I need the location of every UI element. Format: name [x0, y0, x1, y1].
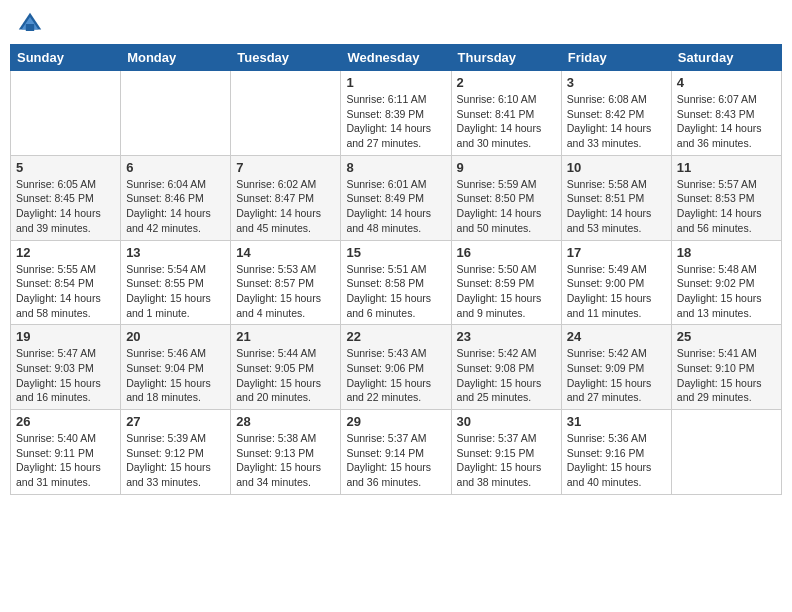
day-number: 12 — [16, 245, 115, 260]
day-cell: 12Sunrise: 5:55 AM Sunset: 8:54 PM Dayli… — [11, 240, 121, 325]
day-cell — [671, 410, 781, 495]
weekday-header-wednesday: Wednesday — [341, 45, 451, 71]
day-info: Sunrise: 5:46 AM Sunset: 9:04 PM Dayligh… — [126, 346, 225, 405]
day-cell: 7Sunrise: 6:02 AM Sunset: 8:47 PM Daylig… — [231, 155, 341, 240]
day-number: 13 — [126, 245, 225, 260]
day-number: 10 — [567, 160, 666, 175]
day-cell: 20Sunrise: 5:46 AM Sunset: 9:04 PM Dayli… — [121, 325, 231, 410]
day-number: 7 — [236, 160, 335, 175]
day-cell: 27Sunrise: 5:39 AM Sunset: 9:12 PM Dayli… — [121, 410, 231, 495]
day-number: 31 — [567, 414, 666, 429]
weekday-header-thursday: Thursday — [451, 45, 561, 71]
day-cell: 23Sunrise: 5:42 AM Sunset: 9:08 PM Dayli… — [451, 325, 561, 410]
day-cell: 25Sunrise: 5:41 AM Sunset: 9:10 PM Dayli… — [671, 325, 781, 410]
day-number: 30 — [457, 414, 556, 429]
day-info: Sunrise: 5:37 AM Sunset: 9:14 PM Dayligh… — [346, 431, 445, 490]
day-cell: 26Sunrise: 5:40 AM Sunset: 9:11 PM Dayli… — [11, 410, 121, 495]
day-info: Sunrise: 5:41 AM Sunset: 9:10 PM Dayligh… — [677, 346, 776, 405]
day-number: 15 — [346, 245, 445, 260]
day-cell: 5Sunrise: 6:05 AM Sunset: 8:45 PM Daylig… — [11, 155, 121, 240]
day-info: Sunrise: 5:42 AM Sunset: 9:09 PM Dayligh… — [567, 346, 666, 405]
day-cell: 17Sunrise: 5:49 AM Sunset: 9:00 PM Dayli… — [561, 240, 671, 325]
svg-rect-2 — [26, 24, 34, 31]
day-cell: 16Sunrise: 5:50 AM Sunset: 8:59 PM Dayli… — [451, 240, 561, 325]
day-cell: 11Sunrise: 5:57 AM Sunset: 8:53 PM Dayli… — [671, 155, 781, 240]
day-cell: 30Sunrise: 5:37 AM Sunset: 9:15 PM Dayli… — [451, 410, 561, 495]
day-cell: 24Sunrise: 5:42 AM Sunset: 9:09 PM Dayli… — [561, 325, 671, 410]
day-info: Sunrise: 5:51 AM Sunset: 8:58 PM Dayligh… — [346, 262, 445, 321]
day-cell — [121, 71, 231, 156]
day-info: Sunrise: 5:47 AM Sunset: 9:03 PM Dayligh… — [16, 346, 115, 405]
day-info: Sunrise: 6:08 AM Sunset: 8:42 PM Dayligh… — [567, 92, 666, 151]
day-info: Sunrise: 5:42 AM Sunset: 9:08 PM Dayligh… — [457, 346, 556, 405]
day-info: Sunrise: 5:59 AM Sunset: 8:50 PM Dayligh… — [457, 177, 556, 236]
day-number: 25 — [677, 329, 776, 344]
day-cell: 8Sunrise: 6:01 AM Sunset: 8:49 PM Daylig… — [341, 155, 451, 240]
day-number: 21 — [236, 329, 335, 344]
day-info: Sunrise: 6:10 AM Sunset: 8:41 PM Dayligh… — [457, 92, 556, 151]
day-info: Sunrise: 5:44 AM Sunset: 9:05 PM Dayligh… — [236, 346, 335, 405]
day-info: Sunrise: 5:55 AM Sunset: 8:54 PM Dayligh… — [16, 262, 115, 321]
day-cell: 29Sunrise: 5:37 AM Sunset: 9:14 PM Dayli… — [341, 410, 451, 495]
day-info: Sunrise: 5:49 AM Sunset: 9:00 PM Dayligh… — [567, 262, 666, 321]
day-number: 5 — [16, 160, 115, 175]
day-number: 4 — [677, 75, 776, 90]
day-info: Sunrise: 6:04 AM Sunset: 8:46 PM Dayligh… — [126, 177, 225, 236]
day-number: 1 — [346, 75, 445, 90]
day-number: 6 — [126, 160, 225, 175]
day-number: 8 — [346, 160, 445, 175]
day-info: Sunrise: 5:38 AM Sunset: 9:13 PM Dayligh… — [236, 431, 335, 490]
day-number: 9 — [457, 160, 556, 175]
day-info: Sunrise: 5:54 AM Sunset: 8:55 PM Dayligh… — [126, 262, 225, 321]
day-number: 17 — [567, 245, 666, 260]
day-number: 29 — [346, 414, 445, 429]
day-number: 16 — [457, 245, 556, 260]
day-number: 23 — [457, 329, 556, 344]
day-cell — [11, 71, 121, 156]
day-number: 24 — [567, 329, 666, 344]
day-cell: 2Sunrise: 6:10 AM Sunset: 8:41 PM Daylig… — [451, 71, 561, 156]
day-info: Sunrise: 5:57 AM Sunset: 8:53 PM Dayligh… — [677, 177, 776, 236]
weekday-header-monday: Monday — [121, 45, 231, 71]
day-number: 22 — [346, 329, 445, 344]
day-cell — [231, 71, 341, 156]
day-number: 3 — [567, 75, 666, 90]
day-info: Sunrise: 5:48 AM Sunset: 9:02 PM Dayligh… — [677, 262, 776, 321]
week-row-2: 5Sunrise: 6:05 AM Sunset: 8:45 PM Daylig… — [11, 155, 782, 240]
day-info: Sunrise: 5:53 AM Sunset: 8:57 PM Dayligh… — [236, 262, 335, 321]
day-number: 28 — [236, 414, 335, 429]
day-info: Sunrise: 6:11 AM Sunset: 8:39 PM Dayligh… — [346, 92, 445, 151]
week-row-1: 1Sunrise: 6:11 AM Sunset: 8:39 PM Daylig… — [11, 71, 782, 156]
day-cell: 31Sunrise: 5:36 AM Sunset: 9:16 PM Dayli… — [561, 410, 671, 495]
day-info: Sunrise: 6:07 AM Sunset: 8:43 PM Dayligh… — [677, 92, 776, 151]
day-cell: 22Sunrise: 5:43 AM Sunset: 9:06 PM Dayli… — [341, 325, 451, 410]
day-number: 18 — [677, 245, 776, 260]
week-row-5: 26Sunrise: 5:40 AM Sunset: 9:11 PM Dayli… — [11, 410, 782, 495]
weekday-header-row: SundayMondayTuesdayWednesdayThursdayFrid… — [11, 45, 782, 71]
day-number: 19 — [16, 329, 115, 344]
day-info: Sunrise: 6:05 AM Sunset: 8:45 PM Dayligh… — [16, 177, 115, 236]
day-info: Sunrise: 5:50 AM Sunset: 8:59 PM Dayligh… — [457, 262, 556, 321]
calendar-table: SundayMondayTuesdayWednesdayThursdayFrid… — [10, 44, 782, 495]
day-cell: 19Sunrise: 5:47 AM Sunset: 9:03 PM Dayli… — [11, 325, 121, 410]
logo-icon — [16, 10, 44, 38]
day-info: Sunrise: 5:40 AM Sunset: 9:11 PM Dayligh… — [16, 431, 115, 490]
day-number: 2 — [457, 75, 556, 90]
day-number: 26 — [16, 414, 115, 429]
day-info: Sunrise: 5:58 AM Sunset: 8:51 PM Dayligh… — [567, 177, 666, 236]
day-info: Sunrise: 5:37 AM Sunset: 9:15 PM Dayligh… — [457, 431, 556, 490]
day-number: 11 — [677, 160, 776, 175]
day-cell: 3Sunrise: 6:08 AM Sunset: 8:42 PM Daylig… — [561, 71, 671, 156]
day-cell: 14Sunrise: 5:53 AM Sunset: 8:57 PM Dayli… — [231, 240, 341, 325]
day-cell: 18Sunrise: 5:48 AM Sunset: 9:02 PM Dayli… — [671, 240, 781, 325]
week-row-4: 19Sunrise: 5:47 AM Sunset: 9:03 PM Dayli… — [11, 325, 782, 410]
day-cell: 13Sunrise: 5:54 AM Sunset: 8:55 PM Dayli… — [121, 240, 231, 325]
weekday-header-sunday: Sunday — [11, 45, 121, 71]
day-cell: 4Sunrise: 6:07 AM Sunset: 8:43 PM Daylig… — [671, 71, 781, 156]
day-number: 14 — [236, 245, 335, 260]
weekday-header-tuesday: Tuesday — [231, 45, 341, 71]
weekday-header-saturday: Saturday — [671, 45, 781, 71]
day-number: 27 — [126, 414, 225, 429]
week-row-3: 12Sunrise: 5:55 AM Sunset: 8:54 PM Dayli… — [11, 240, 782, 325]
logo — [14, 10, 46, 38]
